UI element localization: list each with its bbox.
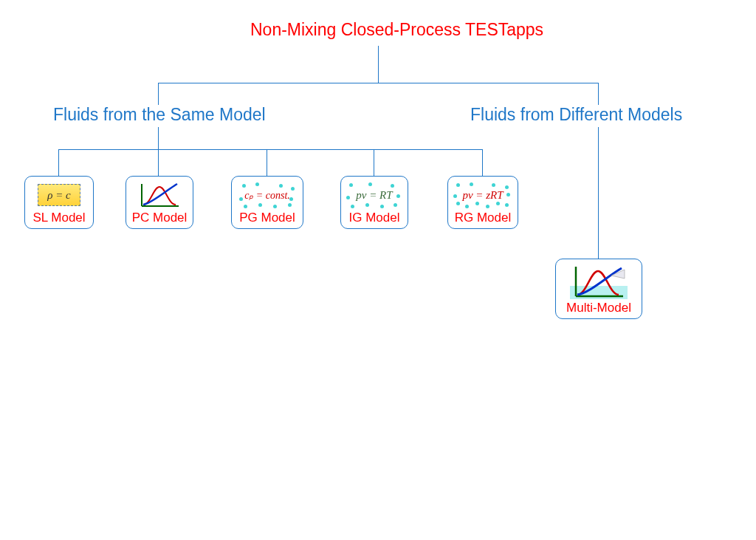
connector-line — [158, 83, 159, 105]
branch-different-models: Fluids from Different Models — [470, 105, 682, 125]
connector-line — [158, 149, 159, 176]
rg-equation-icon: pv = zRT — [453, 181, 512, 209]
connector-line — [58, 149, 483, 150]
pg-equation-icon: cₚ = const. — [238, 181, 297, 209]
node-sl-model[interactable]: ρ = c SL Model — [24, 176, 94, 229]
svg-rect-2 — [570, 286, 628, 299]
node-multi-model[interactable]: Multi-Model — [555, 259, 642, 319]
node-label: RG Model — [455, 211, 512, 225]
connector-line — [378, 46, 379, 83]
connector-line — [58, 149, 59, 176]
node-label: PC Model — [132, 211, 188, 225]
connector-line — [374, 149, 374, 176]
connector-line — [267, 149, 267, 176]
connector-line — [598, 83, 599, 105]
connector-line — [158, 83, 598, 83]
diagram-title: Non-Mixing Closed-Process TESTapps — [250, 20, 543, 40]
connector-line — [598, 127, 599, 259]
pc-chart-icon — [137, 181, 182, 209]
node-pc-model[interactable]: PC Model — [126, 176, 193, 229]
node-label: IG Model — [349, 211, 400, 225]
node-label: SL Model — [32, 211, 85, 225]
sl-equation-icon: ρ = c — [36, 181, 82, 209]
ig-equation-icon: pv = RT — [346, 181, 402, 209]
node-ig-model[interactable]: pv = RT IG Model — [340, 176, 408, 229]
node-label: Multi-Model — [566, 301, 631, 315]
node-label: PG Model — [239, 211, 295, 225]
branch-same-model: Fluids from the Same Model — [53, 105, 266, 125]
node-rg-model[interactable]: pv = zRT RG Model — [447, 176, 518, 229]
connector-line — [158, 127, 159, 149]
connector-line — [482, 149, 483, 176]
multi-model-chart-icon — [569, 264, 628, 299]
node-pg-model[interactable]: cₚ = const. PG Model — [231, 176, 303, 229]
